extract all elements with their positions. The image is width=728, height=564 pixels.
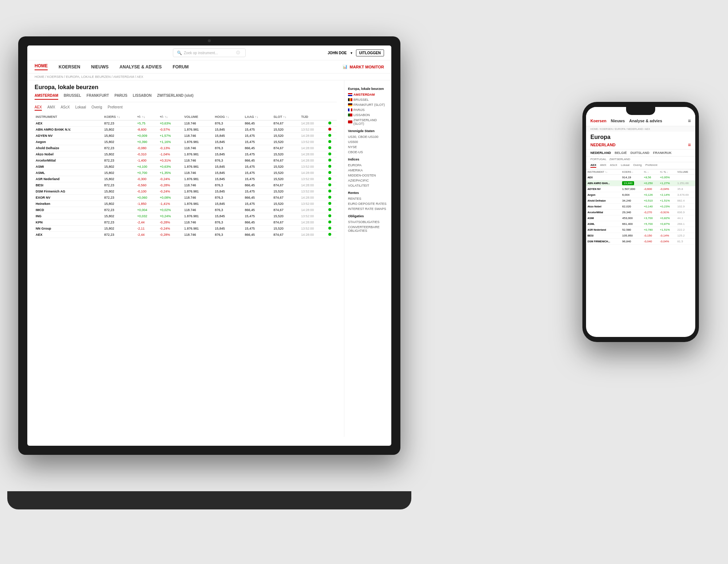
sidebar-rentes[interactable]: RENTES [348,196,388,201]
cell-slot: 874,67 [272,120,300,127]
nav-koersen[interactable]: KOERSEN [59,64,80,69]
cell-slot: 15,520 [272,151,300,158]
phone-cell-pct: +1,51% [658,198,676,204]
phone-nav-nieuws[interactable]: Nieuws [611,119,625,123]
cell-slot: 15,520 [272,176,300,182]
phone-tab-belgie[interactable]: BELGIË [615,151,627,155]
cell-laag: 866,45 [244,195,273,201]
cell-abs: -1,850 [136,201,159,207]
city-tab-brussel[interactable]: BRUSSEL [64,94,81,100]
table-row: Aegon 15,802 +0,390 +1,16% 1.876.981 15,… [35,139,337,145]
cell-dot [327,164,337,170]
subtab-aex[interactable]: AEX [35,105,42,111]
sidebar-frankfurt[interactable]: FRANKFURT (SLOT) [348,102,388,107]
phone-cell-volume: 81.5 [676,239,695,245]
table-row: ING 15,802 +0,032 +0,24% 1.876.981 15,84… [35,213,337,219]
sidebar-amerika-idx[interactable]: AMERIKA [348,168,388,173]
phone-tab-nederland[interactable]: NEDERLAND [590,151,611,155]
subtab-lokaal[interactable]: Lokaal [75,105,86,111]
phone-asset-overig[interactable]: Overig [633,163,642,168]
laptop-camera [208,39,211,42]
city-tab-parijs[interactable]: PARIJS [114,94,127,100]
col-slot[interactable]: SLOT ↑↓ [272,114,300,120]
phone-body: Koersen Nieuws Analyse & advies ≡ HOME /… [582,102,699,342]
sidebar-lissabon[interactable]: LISSABON [348,112,388,118]
sidebar-mo-idx[interactable]: MIDDEN-OOSTEN [348,173,388,178]
sidebar-nyse[interactable]: NYSE [348,144,388,150]
phone-col-koers[interactable]: KOERS ↓ [621,170,642,175]
cell-tijd: 14:28:00 [300,232,327,238]
nav-analyse[interactable]: ANALYSE & ADVIES [119,64,162,69]
sidebar-staatsobligaties[interactable]: STAATSOBLIGATIES [348,219,388,225]
city-tab-amsterdam[interactable]: AMSTERDAM [35,94,58,100]
sidebar-zwitserland[interactable]: ZWITSERLAND (SLOT) [348,118,388,126]
col-koers[interactable]: KOERS ↑↓ [103,114,136,120]
sidebar-azie-idx[interactable]: AZIE/PACIFIC [348,178,388,183]
phone-col-pct[interactable]: +/- % ↓ [658,170,676,175]
cell-abs: +0,700 [136,170,159,176]
city-tab-lissabon[interactable]: LISSABON [133,94,152,100]
phone-asset-amx[interactable]: AMX [600,163,606,168]
cell-abs: -0,080 [136,145,159,151]
nav-nieuws[interactable]: NIEUWS [91,64,108,69]
sidebar-brussel[interactable]: BRUSSEL [348,97,388,102]
cell-laag: 15,475 [244,127,273,133]
phone-region-label: NEDERLAND [590,143,616,147]
cell-volume: 118.746 [183,145,214,151]
nav-home[interactable]: HOME [35,63,48,70]
sidebar-amsterdam[interactable]: AMSTERDAM [348,92,388,97]
nav-forum[interactable]: FORUM [173,64,189,69]
col-hoog[interactable]: HOOG ↑↓ [214,114,244,120]
cell-pct: +0,08% [159,195,183,201]
col-abs[interactable]: +/- ↑↓ [136,114,159,120]
laptop-header: 🔍 Zoek op instrument... ⓘ JOHN DOE ▾ UIT… [27,45,391,60]
subtab-overig[interactable]: Overig [91,105,102,111]
cell-dot [327,207,337,213]
cell-tijd: 14:28:00 [300,133,327,139]
cell-hoog: 876,3 [214,219,244,226]
col-pct[interactable]: +/- ↑↓ [159,114,183,120]
cell-name: ArcelorMittal [35,158,103,164]
city-tab-frankfurt[interactable]: FRANKFURT [87,94,109,100]
cell-slot: 874,67 [272,195,300,201]
cell-tijd: 13:52:00 [300,201,327,207]
cell-tijd: 14:28:00 [300,207,327,213]
search-bar[interactable]: 🔍 Zoek op instrument... ⓘ [173,48,246,57]
main-content: Europa, lokale beurzen AMSTERDAM BRUSSEL… [27,80,391,437]
sidebar-parijs[interactable]: PARIJS [348,107,388,112]
cell-hoog: 876,3 [214,182,244,188]
cell-abs: +0,390 [136,139,159,145]
phone-nav-koersen[interactable]: Koersen [590,119,606,123]
subtab-ascx[interactable]: AScX [61,105,70,111]
sidebar-us500[interactable]: US500 [348,139,388,144]
cell-koers: 15,802 [103,151,136,158]
sidebar-euro-dep[interactable]: EURO DEPOSITE RATES [348,201,388,206]
phone-asset-aex[interactable]: AEX [590,163,596,168]
phone-col-abs[interactable]: +/- ↓ [642,170,658,175]
markt-monitor[interactable]: 📊 MARKT MONITOR [343,64,384,69]
table-row: ASML 661,400 +5,700 +0,87% 268.1 [586,221,695,227]
logout-button[interactable]: UITLOGGEN [356,49,384,56]
city-tab-zwitserland[interactable]: ZWITSERLAND (slot) [157,94,194,100]
cell-tijd: 14:28:00 [300,170,327,176]
cell-tijd: 14:28:00 [300,145,327,151]
hamburger-icon-2[interactable]: ≡ [688,142,691,148]
sidebar-vol-idx[interactable]: VOLATILITEIT [348,183,388,188]
sidebar-irs[interactable]: INTEREST RATE SWAPS [348,206,388,211]
phone-tab-duitsland[interactable]: DUITSLAND [630,151,649,155]
sidebar-cboe[interactable]: CBOE-US [348,150,388,155]
phone-subtab-zwitserland[interactable]: ZWITSERLAND [609,158,630,161]
subtab-amx[interactable]: AMX [47,105,55,111]
phone-asset-preferent[interactable]: Preferent [645,163,657,168]
subtab-preferent[interactable]: Preferent [108,105,123,111]
col-laag[interactable]: LAAG ↑↓ [244,114,273,120]
sidebar-conv-obligaties[interactable]: CONVERTEERBARE OBLIGATIES [348,225,388,233]
phone-tab-frankruk[interactable]: FRANKRUK [653,151,672,155]
sidebar-us100[interactable]: US30, CBOE-US100 [348,134,388,139]
phone-nav-analyse[interactable]: Analyse & advies [629,119,662,123]
hamburger-icon[interactable]: ≡ [688,118,691,124]
phone-subtab-portugal[interactable]: PORTUGAL [590,158,606,161]
sidebar-europa-idx[interactable]: EUROPA [348,163,388,168]
phone-asset-ascx[interactable]: AScX [610,163,617,168]
phone-asset-lokaal[interactable]: Lokaal [621,163,630,168]
